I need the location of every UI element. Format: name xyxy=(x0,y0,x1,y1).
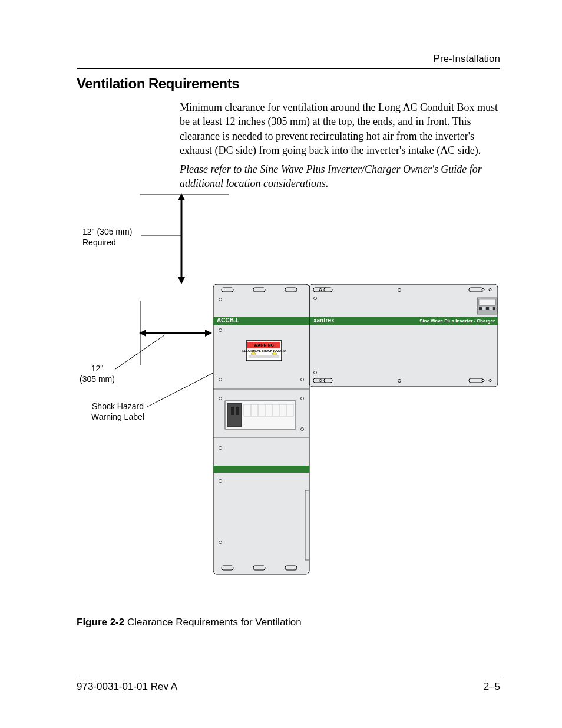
svg-rect-13 xyxy=(324,288,332,292)
svg-point-46 xyxy=(301,428,304,431)
footer: 973-0031-01-01 Rev A 2–5 xyxy=(77,681,500,693)
running-header: Pre-Installation xyxy=(434,53,500,65)
callout-left-clearance-line1: 12" xyxy=(91,364,104,373)
svg-rect-15 xyxy=(469,288,483,292)
svg-rect-37 xyxy=(222,566,233,570)
figure-caption: Figure 2-2 Clearance Requirements for Ve… xyxy=(77,617,302,628)
body-text: Minimum clearance for ventilation around… xyxy=(180,100,500,196)
svg-rect-30 xyxy=(490,307,492,310)
svg-point-45 xyxy=(301,397,304,400)
svg-marker-8 xyxy=(205,330,212,337)
accb-bottom-slots xyxy=(222,566,297,570)
section-title: Ventilation Requirements xyxy=(77,75,239,92)
svg-point-41 xyxy=(219,329,222,332)
svg-point-43 xyxy=(301,378,304,381)
svg-point-17 xyxy=(489,289,491,291)
svg-point-14 xyxy=(398,289,401,292)
svg-point-32 xyxy=(314,297,317,300)
callout-top-clearance-line2: Required xyxy=(82,238,116,247)
svg-rect-35 xyxy=(253,288,265,292)
svg-point-12 xyxy=(319,289,322,291)
accb-band-2 xyxy=(213,466,309,473)
svg-point-23 xyxy=(482,380,484,382)
svg-rect-36 xyxy=(285,288,297,292)
svg-point-47 xyxy=(219,447,222,450)
callout-left-clearance-line2: (305 mm) xyxy=(80,374,115,384)
paragraph-2: Please refer to the Sine Wave Plus Inver… xyxy=(180,162,500,191)
figure-svg: 12" (305 mm) Required 12" (305 mm) Shock… xyxy=(77,189,503,581)
svg-rect-29 xyxy=(486,307,489,310)
doc-number: 973-0031-01-01 Rev A xyxy=(77,681,177,693)
svg-point-16 xyxy=(482,289,484,291)
bottom-rule xyxy=(77,676,500,676)
paragraph-1: Minimum clearance for ventilation around… xyxy=(180,100,500,157)
svg-point-24 xyxy=(489,380,491,382)
svg-rect-61 xyxy=(236,407,239,415)
svg-point-40 xyxy=(219,298,222,301)
callout-hazard-line1: Shock Hazard xyxy=(92,401,144,411)
svg-point-44 xyxy=(219,397,222,400)
page: Pre-Installation Ventilation Requirement… xyxy=(0,0,562,728)
svg-rect-31 xyxy=(493,307,495,310)
svg-rect-28 xyxy=(482,307,485,310)
warning-sub: ELECTRICAL SHOCK HAZARD xyxy=(242,349,286,353)
svg-rect-39 xyxy=(285,566,297,570)
warning-word: WARNING xyxy=(254,343,274,347)
svg-rect-59 xyxy=(227,403,242,427)
svg-rect-26 xyxy=(479,299,495,305)
callout-top-clearance-line1: 12" (305 mm) xyxy=(82,227,132,236)
svg-rect-22 xyxy=(469,378,483,383)
brand-text: xantrex xyxy=(313,317,335,324)
svg-point-42 xyxy=(219,378,222,381)
svg-rect-60 xyxy=(231,407,234,415)
accb-label: ACCB-L xyxy=(217,317,239,324)
breaker-panel xyxy=(225,401,296,429)
inverter-control-panel xyxy=(477,298,497,314)
callout-hazard-line2: Warning Label xyxy=(91,412,144,421)
svg-point-19 xyxy=(319,380,322,382)
top-rule xyxy=(77,68,500,69)
model-text: Sine Wave Plus Inverter / Charger xyxy=(419,318,495,324)
accb-top-slots xyxy=(222,288,297,292)
warning-label: WARNING ELECTRICAL SHOCK HAZARD xyxy=(242,341,286,361)
figure-title: Clearance Requirements for Ventilation xyxy=(127,617,302,628)
svg-point-49 xyxy=(219,541,222,544)
svg-point-33 xyxy=(314,371,317,374)
inverter-body xyxy=(309,284,498,387)
svg-point-21 xyxy=(398,380,401,383)
page-number: 2–5 xyxy=(484,681,500,693)
figure-number: Figure 2-2 xyxy=(77,617,124,628)
svg-rect-20 xyxy=(324,378,332,383)
svg-rect-34 xyxy=(222,288,233,292)
figure-2-2: 12" (305 mm) Required 12" (305 mm) Shock… xyxy=(77,189,500,581)
svg-rect-38 xyxy=(253,566,265,570)
svg-marker-3 xyxy=(178,277,185,284)
svg-rect-27 xyxy=(479,307,482,310)
svg-point-48 xyxy=(219,480,222,483)
